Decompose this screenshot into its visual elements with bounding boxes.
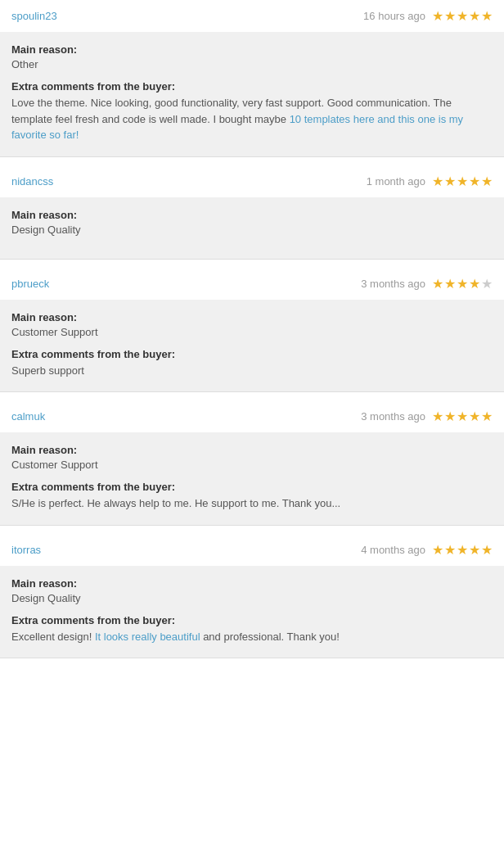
- review-block: itorras4 months ago★★★★★Main reason:Desi…: [0, 534, 504, 659]
- star-filled-icon: ★: [444, 409, 456, 424]
- extra-comments-value: Superb support: [11, 363, 493, 379]
- extra-comments-label: Extra comments from the buyer:: [11, 481, 493, 493]
- time-ago: 1 month ago: [367, 175, 425, 188]
- star-filled-icon: ★: [469, 276, 480, 292]
- star-filled-icon: ★: [469, 174, 480, 189]
- reviewer-name[interactable]: pbrueck: [11, 278, 49, 290]
- star-filled-icon: ★: [444, 542, 456, 558]
- star-filled-icon: ★: [432, 8, 443, 24]
- review-block: calmuk3 months ago★★★★★Main reason:Custo…: [0, 400, 504, 526]
- star-filled-icon: ★: [457, 409, 468, 424]
- star-filled-icon: ★: [432, 174, 443, 189]
- review-block: nidancss1 month ago★★★★★Main reason:Desi…: [0, 165, 504, 260]
- review-header: pbrueck3 months ago★★★★★: [0, 268, 504, 300]
- star-filled-icon: ★: [432, 542, 443, 558]
- main-reason-label: Main reason:: [11, 577, 493, 590]
- star-rating: ★★★★★: [432, 276, 493, 292]
- review-header: itorras4 months ago★★★★★: [0, 534, 504, 566]
- star-rating: ★★★★★: [432, 174, 493, 189]
- star-filled-icon: ★: [432, 276, 443, 292]
- star-filled-icon: ★: [481, 542, 493, 558]
- main-reason-label: Main reason:: [11, 209, 493, 221]
- review-body: Main reason:OtherExtra comments from the…: [0, 32, 504, 156]
- header-right: 3 months ago★★★★★: [361, 276, 493, 292]
- star-filled-icon: ★: [457, 542, 468, 558]
- extra-comments-label: Extra comments from the buyer:: [11, 348, 493, 360]
- header-right: 1 month ago★★★★★: [367, 174, 493, 189]
- star-filled-icon: ★: [444, 174, 456, 189]
- star-rating: ★★★★★: [432, 8, 493, 24]
- header-right: 4 months ago★★★★★: [361, 542, 493, 558]
- star-filled-icon: ★: [457, 8, 468, 24]
- main-reason-value: Other: [11, 58, 493, 70]
- main-reason-value: Customer Support: [11, 459, 493, 471]
- header-right: 16 hours ago★★★★★: [363, 8, 493, 24]
- reviewer-name[interactable]: spoulin23: [11, 10, 57, 22]
- review-header: nidancss1 month ago★★★★★: [0, 165, 504, 197]
- star-filled-icon: ★: [444, 8, 456, 24]
- highlighted-text: 10 templates here and this one is my fav…: [11, 113, 463, 142]
- review-header: spoulin2316 hours ago★★★★★: [0, 0, 504, 32]
- review-spacer: [0, 392, 504, 400]
- time-ago: 3 months ago: [361, 410, 425, 423]
- extra-comments-value: Excellent design! It looks really beauti…: [11, 629, 493, 645]
- review-body: Main reason:Design Quality: [0, 197, 504, 259]
- review-block: pbrueck3 months ago★★★★★Main reason:Cust…: [0, 268, 504, 393]
- review-body: Main reason:Customer SupportExtra commen…: [0, 432, 504, 525]
- review-block: spoulin2316 hours ago★★★★★Main reason:Ot…: [0, 0, 504, 157]
- reviews-list: spoulin2316 hours ago★★★★★Main reason:Ot…: [0, 0, 504, 658]
- main-reason-value: Design Quality: [11, 592, 493, 604]
- reviewer-name[interactable]: itorras: [11, 544, 41, 556]
- star-filled-icon: ★: [469, 542, 480, 558]
- extra-comments-value: Love the theme. Nice looking, good funct…: [11, 95, 493, 143]
- star-filled-icon: ★: [457, 174, 468, 189]
- extra-comments-label: Extra comments from the buyer:: [11, 614, 493, 626]
- main-reason-value: Customer Support: [11, 326, 493, 338]
- star-rating: ★★★★★: [432, 542, 493, 558]
- star-filled-icon: ★: [481, 8, 493, 24]
- review-spacer: [0, 157, 504, 165]
- extra-comments-value: S/He is perfect. He always help to me. H…: [11, 495, 493, 512]
- star-filled-icon: ★: [457, 276, 468, 292]
- star-filled-icon: ★: [432, 409, 443, 424]
- highlighted-text: It looks really beautiful: [95, 631, 200, 643]
- extra-comments-label: Extra comments from the buyer:: [11, 80, 493, 93]
- time-ago: 3 months ago: [361, 278, 425, 290]
- review-header: calmuk3 months ago★★★★★: [0, 400, 504, 432]
- main-reason-label: Main reason:: [11, 311, 493, 323]
- star-filled-icon: ★: [444, 276, 456, 292]
- reviewer-name[interactable]: calmuk: [11, 410, 45, 423]
- main-reason-label: Main reason:: [11, 444, 493, 456]
- reviewer-name[interactable]: nidancss: [11, 175, 53, 188]
- star-filled-icon: ★: [469, 8, 480, 24]
- main-reason-value: Design Quality: [11, 224, 493, 236]
- review-spacer: [0, 526, 504, 534]
- review-spacer: [0, 260, 504, 268]
- review-body: Main reason:Customer SupportExtra commen…: [0, 300, 504, 392]
- star-empty-icon: ★: [481, 276, 493, 292]
- star-rating: ★★★★★: [432, 409, 493, 424]
- star-filled-icon: ★: [481, 409, 493, 424]
- header-right: 3 months ago★★★★★: [361, 409, 493, 424]
- review-body: Main reason:Design QualityExtra comments…: [0, 566, 504, 658]
- time-ago: 16 hours ago: [363, 10, 425, 22]
- time-ago: 4 months ago: [361, 544, 425, 556]
- star-filled-icon: ★: [469, 409, 480, 424]
- star-filled-icon: ★: [481, 174, 493, 189]
- main-reason-label: Main reason:: [11, 43, 493, 56]
